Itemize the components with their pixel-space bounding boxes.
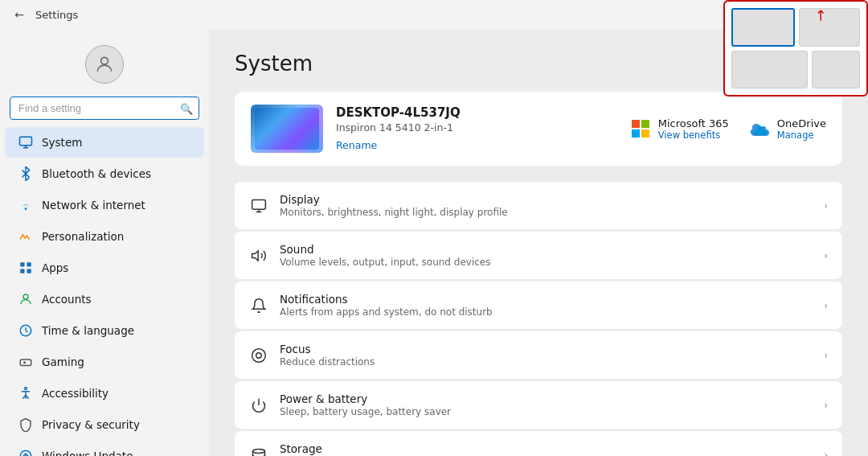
snap-row-2 — [731, 51, 860, 89]
power-title: Power & battery — [280, 392, 813, 405]
settings-item-storage[interactable]: Storage Storage space, drives, configura… — [235, 431, 842, 456]
storage-chevron: › — [824, 450, 828, 457]
update-icon — [18, 448, 34, 456]
microsoft365-action: View benefits — [658, 129, 729, 141]
time-icon — [18, 322, 34, 339]
snap-layout-overlay[interactable] — [723, 0, 868, 97]
display-desc: Monitors, brightness, night light, displ… — [280, 207, 813, 218]
svg-point-21 — [253, 449, 265, 453]
sidebar-label-gaming: Gaming — [42, 355, 84, 368]
svg-marker-17 — [252, 251, 259, 261]
sidebar-item-personalization[interactable]: Personalization — [5, 221, 204, 252]
sidebar-nav: System Bluetooth & devices Network & int… — [0, 126, 209, 456]
network-icon — [18, 197, 34, 213]
sidebar-item-bluetooth[interactable]: Bluetooth & devices — [5, 158, 204, 189]
display-icon — [249, 196, 268, 216]
snap-row-1 — [731, 8, 860, 47]
microsoft365-name: Microsoft 365 — [658, 117, 729, 129]
settings-item-power[interactable]: Power & battery Sleep, battery usage, ba… — [235, 381, 842, 429]
power-icon — [249, 396, 268, 415]
sidebar-item-accounts[interactable]: Accounts — [5, 284, 204, 314]
svg-rect-13 — [641, 120, 649, 128]
notifications-title: Notifications — [280, 293, 813, 306]
onedrive-info: OneDrive Manage — [777, 117, 826, 141]
title-bar-left: ← Settings — [10, 5, 78, 24]
device-services: Microsoft 365 View benefits OneDrive Man… — [629, 117, 826, 141]
focus-text: Focus Reduce distractions — [280, 343, 813, 368]
svg-point-10 — [25, 388, 27, 390]
focus-desc: Reduce distractions — [280, 356, 813, 368]
notifications-desc: Alerts from apps and system, do not dist… — [280, 306, 813, 318]
svg-rect-3 — [20, 262, 24, 266]
search-input[interactable] — [10, 97, 199, 120]
title-bar-title: Settings — [35, 9, 78, 21]
rename-link[interactable]: Rename — [336, 139, 377, 151]
sidebar-item-privacy[interactable]: Privacy & security — [5, 409, 204, 440]
accounts-icon — [18, 291, 34, 307]
sidebar-item-time[interactable]: Time & language — [5, 315, 204, 346]
storage-title: Storage — [280, 442, 813, 455]
sidebar-item-update[interactable]: Windows Update — [5, 441, 204, 456]
svg-rect-6 — [27, 269, 31, 273]
sound-text: Sound Volume levels, output, input, soun… — [280, 243, 813, 268]
svg-rect-12 — [632, 120, 640, 128]
power-text: Power & battery Sleep, battery usage, ba… — [280, 392, 813, 417]
svg-point-0 — [101, 57, 108, 64]
sound-icon — [249, 246, 268, 265]
svg-rect-4 — [27, 262, 31, 266]
settings-item-focus[interactable]: Focus Reduce distractions › — [235, 331, 842, 379]
sidebar-item-accessibility[interactable]: Accessibility — [5, 378, 204, 409]
sidebar-label-accessibility: Accessibility — [42, 387, 108, 400]
notifications-text: Notifications Alerts from apps and syste… — [280, 293, 813, 318]
sidebar-item-apps[interactable]: Apps — [5, 253, 204, 283]
back-button[interactable]: ← — [10, 5, 29, 24]
onedrive-service[interactable]: OneDrive Manage — [748, 117, 826, 141]
microsoft365-info: Microsoft 365 View benefits — [658, 117, 729, 141]
settings-list: Display Monitors, brightness, night ligh… — [235, 182, 842, 456]
snap-cell-2[interactable] — [799, 8, 861, 47]
onedrive-name: OneDrive — [777, 117, 826, 129]
snap-cell-4[interactable] — [812, 51, 860, 89]
svg-point-2 — [25, 207, 27, 210]
onedrive-icon — [748, 117, 771, 140]
sidebar-item-network[interactable]: Network & internet — [5, 190, 204, 220]
power-desc: Sleep, battery usage, battery saver — [280, 406, 813, 417]
svg-rect-14 — [632, 129, 640, 138]
accessibility-icon — [18, 385, 34, 401]
device-image — [255, 108, 319, 150]
settings-item-notifications[interactable]: Notifications Alerts from apps and syste… — [235, 281, 842, 329]
sidebar-label-accounts: Accounts — [42, 293, 92, 306]
sidebar-label-apps: Apps — [42, 261, 68, 274]
privacy-icon — [18, 417, 34, 433]
gaming-icon — [18, 354, 34, 370]
avatar — [85, 45, 124, 84]
device-card: DESKTOP-4L537JQ Inspiron 14 5410 2-in-1 … — [235, 92, 842, 166]
onedrive-action: Manage — [777, 129, 826, 141]
svg-point-7 — [23, 294, 28, 299]
settings-item-sound[interactable]: Sound Volume levels, output, input, soun… — [235, 232, 842, 279]
snap-cell-3[interactable] — [731, 51, 808, 89]
settings-item-display[interactable]: Display Monitors, brightness, night ligh… — [235, 182, 842, 229]
sound-chevron: › — [824, 250, 828, 261]
sidebar-label-personalization: Personalization — [42, 230, 124, 243]
device-thumbnail — [251, 105, 323, 153]
device-info: DESKTOP-4L537JQ Inspiron 14 5410 2-in-1 … — [336, 105, 616, 152]
sidebar-item-gaming[interactable]: Gaming — [5, 347, 204, 377]
display-title: Display — [280, 193, 813, 206]
svg-rect-1 — [20, 137, 32, 146]
system-icon — [18, 134, 34, 150]
sidebar-item-system[interactable]: System — [5, 127, 204, 158]
snap-cell-1[interactable] — [731, 8, 795, 47]
svg-point-18 — [252, 348, 266, 362]
sidebar-label-bluetooth: Bluetooth & devices — [42, 167, 151, 180]
sidebar-label-update: Windows Update — [42, 450, 133, 456]
sidebar: 🔍 System Bluetooth & devices Network & i… — [0, 29, 209, 456]
sidebar-label-system: System — [42, 136, 82, 149]
search-container: 🔍 — [10, 97, 199, 120]
focus-title: Focus — [280, 343, 813, 355]
sidebar-label-network: Network & internet — [42, 199, 145, 212]
microsoft365-service[interactable]: Microsoft 365 View benefits — [629, 117, 729, 141]
focus-icon — [249, 346, 268, 365]
power-chevron: › — [824, 400, 828, 411]
microsoft365-icon — [629, 117, 652, 140]
